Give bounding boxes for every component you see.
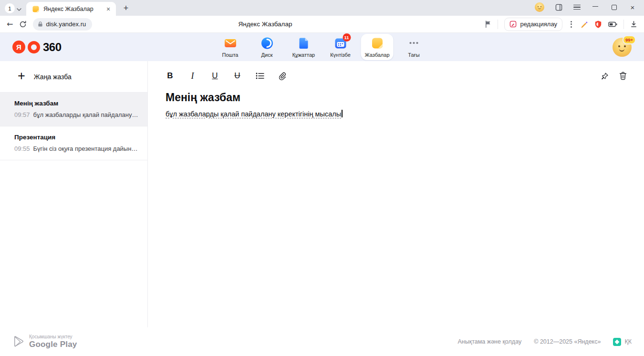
strikethrough-icon[interactable]: U bbox=[233, 71, 242, 81]
nav-item-docs[interactable]: Құжаттар bbox=[288, 34, 320, 60]
notes-icon bbox=[371, 37, 384, 50]
notes-favicon-icon bbox=[32, 5, 40, 13]
more-options-icon[interactable] bbox=[569, 21, 574, 28]
window-minimize-button[interactable] bbox=[592, 2, 599, 12]
note-item-meta: 09:55 Бүгін сіз оқуға презентация дайынд… bbox=[14, 145, 140, 152]
note-item-title: Презентация bbox=[14, 134, 140, 141]
plus-icon: + bbox=[18, 69, 25, 84]
nav-item-notes[interactable]: Жазбалар bbox=[361, 34, 394, 60]
yandex360-logo[interactable]: Я 360 bbox=[12, 41, 62, 54]
url-field[interactable]: disk.yandex.ru bbox=[33, 18, 92, 31]
note-body-text: бұл жазбаларды қалай пайдалану керектігі… bbox=[166, 110, 341, 118]
editor-toolbar-right bbox=[601, 72, 627, 80]
window-close-button[interactable]: × bbox=[629, 2, 636, 12]
trash-icon[interactable] bbox=[619, 72, 627, 80]
copyright-text: © 2012—2025 «Яндекс» bbox=[534, 338, 601, 345]
download-app-hint: Қосымшаны жүктеу bbox=[29, 334, 77, 339]
language-label: ҚК bbox=[624, 338, 632, 345]
tab-close-icon[interactable]: × bbox=[104, 5, 112, 13]
note-item-title: Менің жазбам bbox=[14, 100, 140, 107]
google-play-link[interactable]: Қосымшаны жүктеу Google Play bbox=[13, 334, 77, 349]
mail-icon bbox=[224, 37, 237, 50]
page-title: Яндекс Жазбалар bbox=[239, 21, 292, 28]
pen-alice-icon[interactable] bbox=[580, 20, 588, 28]
battery-icon[interactable] bbox=[608, 21, 617, 27]
browser-tab-active[interactable]: Яндекс Жазбалар × bbox=[26, 2, 116, 16]
language-icon bbox=[613, 338, 621, 346]
tab-counter[interactable]: 1 bbox=[5, 3, 21, 13]
note-title[interactable]: Менің жазбам bbox=[166, 91, 627, 104]
tab-title: Яндекс Жазбалар bbox=[43, 6, 101, 12]
documents-icon bbox=[297, 37, 310, 50]
new-tab-button[interactable]: + bbox=[120, 2, 132, 14]
help-link[interactable]: Анықтама және қолдау bbox=[458, 338, 522, 345]
window-maximize-button[interactable] bbox=[610, 2, 618, 12]
protect-shield-icon[interactable] bbox=[594, 20, 602, 29]
tab-strip: 1 Яндекс Жазбалар × + × bbox=[0, 0, 644, 16]
lock-icon bbox=[38, 21, 43, 27]
yandex-ya-icon: Я bbox=[12, 41, 25, 53]
page-footer: Қосымшаны жүктеу Google Play Анықтама жә… bbox=[0, 327, 644, 356]
google-play-icon bbox=[13, 336, 24, 347]
url-text: disk.yandex.ru bbox=[46, 21, 86, 28]
user-avatar[interactable]: 99+ bbox=[613, 38, 632, 57]
yandex360-header: Я 360 Пошта Диск Құжаттар bbox=[0, 33, 644, 61]
bullet-list-icon[interactable] bbox=[255, 72, 264, 80]
new-note-button[interactable]: + Жаңа жазба bbox=[0, 61, 147, 93]
note-list-item[interactable]: Презентация 09:55 Бүгін сіз оқуға презен… bbox=[0, 126, 147, 160]
note-item-time: 09:57 bbox=[14, 111, 30, 118]
edit-mode-label: редакциялау bbox=[520, 21, 557, 28]
more-icon bbox=[407, 37, 420, 50]
reload-icon[interactable] bbox=[19, 21, 27, 28]
note-list-item[interactable]: Менің жазбам 09:57 бұл жазбаларды қалай … bbox=[0, 93, 147, 126]
editor-toolbar: B I U U bbox=[166, 68, 627, 84]
edit-mode-button[interactable]: редакциялау bbox=[504, 18, 562, 31]
nav-label: Құжаттар bbox=[292, 52, 315, 58]
google-play-label: Google Play bbox=[29, 340, 77, 349]
tab-count-badge: 1 bbox=[5, 3, 15, 13]
bookmark-flag-icon[interactable] bbox=[484, 20, 491, 28]
tabstrip-right-controls: × bbox=[535, 0, 638, 16]
nav-item-disk[interactable]: Диск bbox=[251, 34, 283, 60]
browser-menu-icon[interactable] bbox=[573, 5, 581, 10]
disk-icon bbox=[260, 37, 273, 50]
note-item-preview: бұл жазбаларды қалай пайдалану ке... bbox=[33, 111, 140, 118]
text-caret bbox=[342, 110, 343, 117]
downloads-icon[interactable] bbox=[630, 21, 637, 28]
calendar-badge: 11 bbox=[343, 33, 351, 42]
note-item-meta: 09:57 бұл жазбаларды қалай пайдалану ке.… bbox=[14, 111, 140, 118]
pin-icon[interactable] bbox=[601, 72, 609, 80]
divider bbox=[498, 20, 498, 29]
nav-label: Тағы bbox=[408, 52, 419, 58]
browser-window: 1 Яндекс Жазбалар × + × ← disk.yandex.r bbox=[0, 0, 644, 356]
bold-icon[interactable]: B bbox=[166, 71, 175, 81]
note-item-preview: Бүгін сіз оқуға презентация дайында... bbox=[33, 145, 140, 152]
note-body[interactable]: бұл жазбаларды қалай пайдалану керектігі… bbox=[166, 110, 627, 118]
notes-sidebar: + Жаңа жазба Менің жазбам 09:57 бұл жазб… bbox=[0, 61, 148, 327]
footer-links: Анықтама және қолдау © 2012—2025 «Яндекс… bbox=[458, 338, 632, 346]
note-item-time: 09:55 bbox=[14, 145, 30, 152]
italic-icon[interactable]: I bbox=[188, 71, 197, 81]
nav-item-mail[interactable]: Пошта bbox=[214, 34, 247, 60]
notifications-badge: 99+ bbox=[623, 35, 636, 44]
underline-icon[interactable]: U bbox=[210, 71, 219, 81]
language-switcher[interactable]: ҚК bbox=[613, 338, 632, 346]
note-editor: B I U U Менің жаз bbox=[148, 61, 644, 327]
address-bar-actions: редакциялау bbox=[484, 18, 637, 31]
side-panel-icon[interactable] bbox=[555, 4, 562, 11]
new-note-label: Жаңа жазба bbox=[34, 73, 72, 81]
browser-profile-avatar[interactable] bbox=[535, 2, 544, 12]
edit-mode-icon bbox=[509, 21, 517, 28]
attach-paperclip-icon[interactable] bbox=[278, 72, 287, 80]
back-button[interactable]: ← bbox=[7, 20, 13, 29]
divider bbox=[623, 20, 624, 29]
yandex-ring-icon bbox=[28, 41, 40, 53]
nav-label: Диск bbox=[261, 52, 273, 58]
services-nav: Пошта Диск Құжаттар 11 Күнтізбе bbox=[214, 33, 430, 61]
nav-label: Күнтізбе bbox=[330, 52, 351, 58]
nav-item-calendar[interactable]: 11 Күнтізбе bbox=[324, 34, 357, 60]
nav-item-more[interactable]: Тағы bbox=[398, 34, 430, 60]
nav-label: Пошта bbox=[222, 52, 239, 58]
main-area: + Жаңа жазба Менің жазбам 09:57 бұл жазб… bbox=[0, 61, 644, 327]
logo-360-text: 360 bbox=[43, 41, 62, 54]
